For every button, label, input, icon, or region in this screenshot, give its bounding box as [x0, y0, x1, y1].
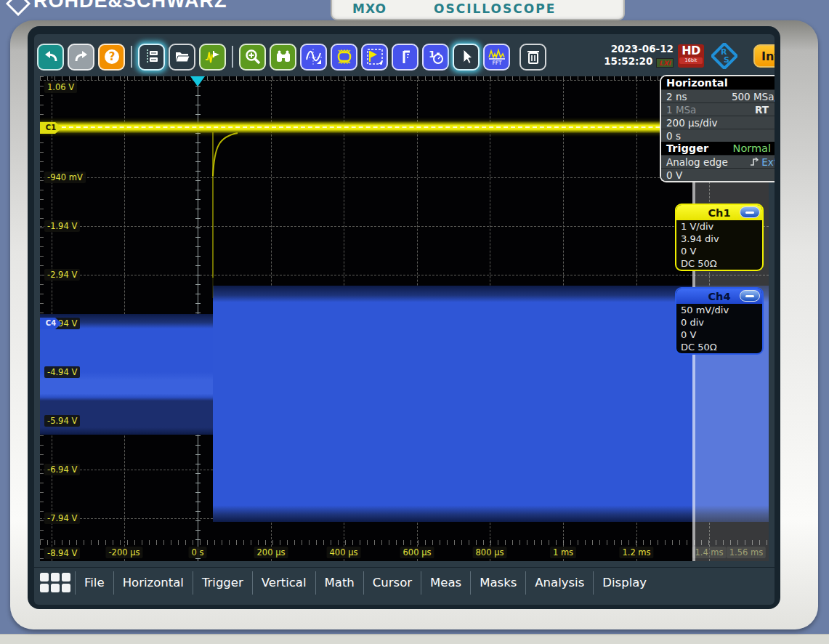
horizontal-title: Horizontal	[666, 77, 728, 89]
record-length-value: 1 MSa	[666, 103, 696, 116]
device-model: MXO	[352, 1, 387, 16]
brand-text: ROHDE&SCHWARZ	[33, 0, 227, 12]
menu-math[interactable]: Math	[315, 571, 363, 595]
menu-horizontal[interactable]: Horizontal	[113, 571, 193, 595]
resolution-value: 2 ns	[666, 90, 687, 102]
sine-axes-icon	[305, 48, 323, 65]
menu-meas[interactable]: Meas	[421, 571, 470, 595]
timebase-scale-value: 200 µs/div	[666, 116, 718, 129]
menu-analysis[interactable]: Analysis	[525, 571, 593, 595]
delete-button[interactable]	[519, 44, 546, 71]
x-axis-label: -200 µs	[105, 547, 142, 558]
x-axis-label: 200 µs	[254, 547, 288, 558]
ch4-scale: 50 mV/div	[676, 304, 762, 316]
ch4-offset: 0 V	[676, 329, 762, 341]
menu-vertical[interactable]: Vertical	[252, 571, 315, 595]
x-axis-label: 600 µs	[400, 547, 434, 558]
x-axis-label: 400 µs	[327, 547, 361, 558]
bottom-tick-ruler	[40, 540, 769, 545]
cursor-arrow-icon	[458, 48, 475, 65]
x-axis-label: 1.2 ms	[619, 547, 653, 558]
bottom-strip	[0, 634, 829, 644]
gridline	[40, 226, 769, 227]
ch1-spike	[209, 132, 239, 301]
ch1-panel[interactable]: Ch1 1 V/div 3.94 div 0 V DC 50Ω	[675, 204, 764, 271]
y-axis-label: -940 mV	[44, 172, 86, 183]
y-axis-label: -5.94 V	[44, 415, 80, 427]
search-button[interactable]	[270, 44, 296, 71]
undo-button[interactable]	[37, 44, 64, 71]
annotation-button[interactable]	[300, 44, 327, 71]
rising-edge-icon	[750, 157, 759, 166]
mask-icon	[336, 48, 353, 65]
menu-file[interactable]: File	[75, 571, 113, 595]
binoculars-icon	[275, 48, 292, 65]
stopwatch-icon: 1	[427, 48, 445, 65]
mask-test-button[interactable]	[331, 44, 357, 71]
menu-masks[interactable]: Masks	[470, 571, 525, 595]
trigger-title: Trigger	[666, 142, 708, 154]
help-button[interactable]: ?	[98, 44, 125, 71]
toolbar-separator	[131, 46, 132, 68]
trigger-level-value: 0 V	[666, 169, 682, 181]
trigger-position-marker[interactable]	[190, 76, 205, 86]
menu-cursor[interactable]: Cursor	[363, 571, 421, 595]
dialogs-button[interactable]	[138, 44, 165, 71]
main-menubar: File Horizontal Trigger Vertical Math Cu…	[34, 567, 775, 597]
y-axis-label: -8.94 V	[44, 547, 80, 559]
ch4-position: 0 div	[676, 316, 762, 329]
open-file-button[interactable]	[169, 44, 195, 71]
save-recall-button[interactable]	[199, 44, 226, 71]
device-title-pill: MXO OSCILLOSCOPE	[331, 0, 625, 20]
ch4-panel[interactable]: Ch4 50 mV/div 0 div 0 V DC 50Ω	[675, 287, 764, 355]
ch4-minimize-button[interactable]	[740, 290, 760, 302]
app-menu-button[interactable]	[39, 572, 72, 594]
flag-button[interactable]	[361, 44, 388, 71]
sample-rate-value: 500 MSa/	[732, 90, 775, 102]
select-cursor-button[interactable]	[453, 44, 480, 71]
y-axis-label: -1.94 V	[44, 220, 80, 232]
date-text: 2023-06-12	[604, 43, 674, 55]
rs-logo-icon: R S	[711, 43, 737, 69]
redo-button[interactable]	[68, 44, 94, 71]
hd-mode-badge: HD 16bit	[678, 44, 704, 68]
horizontal-trigger-panel[interactable]: Horizontal 2 ns 500 MSa/ 1 MSa RT 200 µs…	[660, 75, 775, 182]
ch4-coupling: DC 50Ω	[676, 341, 762, 353]
trash-icon	[525, 48, 541, 65]
fft-button[interactable]: FFT	[483, 44, 510, 71]
info-button[interactable]: Info ▲▼	[753, 44, 775, 68]
toolbar: ?	[37, 41, 546, 73]
rs-brand-logo-icon	[6, 0, 31, 16]
x-axis-label: 800 µs	[473, 547, 507, 558]
zoom-button[interactable]	[239, 44, 266, 71]
x-axis-label: 1 ms	[550, 547, 576, 558]
y-axis-label: -7.94 V	[44, 512, 80, 524]
ch1-scale: 1 V/div	[676, 220, 762, 233]
waveform-marker-icon	[204, 48, 222, 65]
help-icon: ?	[103, 48, 121, 65]
zoom-icon	[244, 48, 262, 65]
trigger-type-value: Analog edge	[666, 156, 728, 168]
datetime: 2023-06-12 15:52:20 LXI	[604, 43, 674, 68]
top-header: ROHDE&SCHWARZ MXO OSCILLOSCOPE	[0, 0, 829, 22]
ch1-minimize-button[interactable]	[740, 206, 760, 218]
trigger-mode-value: Normal	[733, 142, 771, 154]
measure-button[interactable]	[392, 44, 418, 71]
timebase-position-value: 0 s	[666, 129, 681, 142]
oscilloscope-remote-page: { "header": { "brand": "ROHDE&SCHWARZ", …	[0, 0, 829, 644]
menu-display[interactable]: Display	[593, 571, 655, 595]
trigger-time-button[interactable]: 1	[422, 44, 449, 71]
lxi-badge: LXI	[656, 58, 674, 68]
svg-text:?: ?	[108, 50, 115, 63]
ch4-label: Ch4	[708, 291, 730, 302]
time-text: 15:52:20	[604, 55, 652, 67]
device-type: OSCILLOSCOPE	[434, 1, 556, 16]
y-axis-label: -2.94 V	[44, 269, 80, 281]
menu-trigger[interactable]: Trigger	[193, 571, 252, 595]
ch1-coupling: DC 50Ω	[676, 257, 762, 270]
dialogs-icon	[144, 49, 160, 65]
y-axis-label: 1.06 V	[44, 81, 77, 93]
folder-icon	[174, 48, 191, 65]
ch1-offset: 0 V	[676, 245, 762, 257]
gridline	[40, 275, 769, 275]
